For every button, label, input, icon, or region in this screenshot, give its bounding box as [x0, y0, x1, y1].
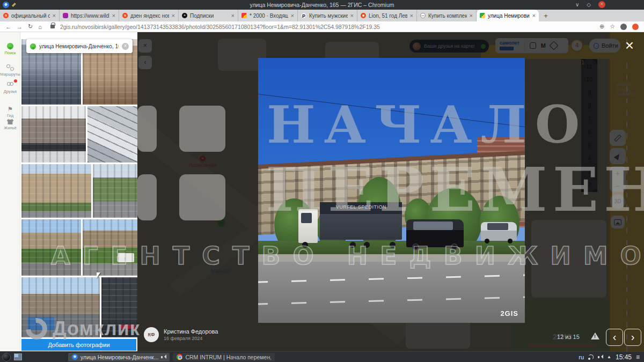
mail-icon [241, 13, 247, 18]
desktop-pager[interactable] [14, 353, 22, 360]
map-area: 2ГИС × ‹ Ваши друзья на карте! самолет М… [137, 32, 644, 351]
flag-icon: ⚑ [0, 106, 20, 112]
photo-thumbnail[interactable] [21, 164, 91, 218]
photo-thumbnail[interactable] [21, 106, 86, 162]
clock[interactable]: 15:45 [616, 353, 632, 361]
globe-icon [420, 13, 426, 18]
tab-yandex-site[interactable]: Я официальный сайт м × [0, 10, 60, 21]
black-suv [406, 219, 464, 247]
lock-icon [50, 25, 55, 28]
url-text[interactable]: 2gis.ru/novosibirsk/gallery/geo/14137314… [60, 24, 594, 30]
sidebar-item-housing[interactable]: Жильё [0, 119, 20, 130]
keyboard-layout[interactable]: ru [579, 354, 584, 360]
truck: VURFEL SPEDITION [298, 202, 402, 245]
truck-text: VURFEL SPEDITION [320, 202, 402, 214]
tab-wildberries[interactable]: https://www.wildberri × [60, 10, 119, 21]
main-photo[interactable]: VURFEL SPEDITION 2GIS [258, 58, 525, 323]
photo-thumbnail[interactable] [87, 106, 137, 162]
tray-expand-icon[interactable]: ▲ [607, 354, 611, 359]
next-photo-button[interactable]: › [624, 329, 641, 346]
photo-thumbnail[interactable] [21, 219, 81, 276]
housing-icon [7, 119, 14, 124]
map-pin-icon [7, 43, 13, 49]
tab-globe-shop[interactable]: Купить комплект r27 × [417, 10, 477, 21]
tab-lion[interactable]: Lion, 51 год Лев, Росси × [357, 10, 417, 21]
photo-date: 16 февраля 2024 [164, 336, 218, 341]
p-icon: P [301, 13, 306, 18]
photo-thumbnail[interactable] [83, 219, 137, 276]
network-icon[interactable] [588, 354, 594, 360]
window-titlebar: улица Немировича-Данченко, 165 — 2ГИС – … [0, 0, 644, 10]
clear-search-icon[interactable]: × [122, 43, 129, 50]
system-tray: ru ▲ 15:45 ≡ [579, 353, 642, 361]
tab-close-icon[interactable]: × [112, 12, 115, 19]
address-bar: ← → ↻ ⌂ 2gis.ru/novosibirsk/gallery/geo/… [0, 21, 644, 32]
power-line [258, 92, 525, 130]
tab-mail-inbox[interactable]: * 2000 · Входящие — × [238, 10, 298, 21]
taskbar-window-crm[interactable]: CRM INTRUM | Начало перемен, ... [173, 353, 275, 361]
sidebar-item-guide[interactable]: ⚑ Гид [0, 106, 20, 118]
window-title: улица Немировича-Данченко, 165 — 2ГИС – … [0, 2, 644, 8]
tab-close-icon[interactable]: × [410, 12, 413, 19]
yandex-icon: Я [122, 13, 128, 18]
sidebar-item-friends[interactable]: Друзья [0, 82, 20, 94]
chrome-icon [177, 354, 182, 360]
profile-avatar-icon[interactable] [620, 24, 627, 30]
tray-menu-icon[interactable]: ≡ [636, 353, 640, 361]
reload-button[interactable]: ↻ [28, 23, 33, 30]
photo-thumbnail[interactable] [93, 164, 137, 218]
author-avatar: КФ [144, 327, 159, 342]
bookmark-star-icon[interactable]: ☆ [610, 23, 615, 30]
routes-icon [6, 64, 14, 71]
tab-close-icon[interactable]: × [291, 12, 294, 19]
power-line [392, 58, 525, 67]
sidebar-item-search[interactable]: Поиск [0, 43, 20, 55]
back-button[interactable]: ← [5, 24, 11, 30]
tab-close-icon[interactable]: × [53, 12, 56, 19]
mouse-cursor [97, 272, 100, 278]
photo-thumbnail[interactable] [21, 277, 100, 337]
search-query: улица Немировича-Данченко, 165 [39, 43, 119, 49]
photo-thumbnail[interactable] [101, 277, 137, 337]
2gis-photo-watermark: 2GIS [500, 309, 518, 317]
update-indicator-icon[interactable] [632, 24, 639, 30]
tab-dzen-news[interactable]: Я дзен яндекс новости × [119, 10, 179, 21]
tab-close-icon[interactable]: × [231, 12, 235, 19]
home-button[interactable]: ⌂ [38, 24, 42, 30]
tab-bar: Я официальный сайт м × https://www.wildb… [0, 10, 644, 21]
previous-photo-button[interactable]: ‹ [606, 329, 623, 346]
tab-close-icon[interactable]: × [172, 12, 175, 19]
report-warning-icon[interactable] [591, 333, 599, 339]
zoom-page-icon[interactable]: ⊕ [599, 23, 604, 30]
volume-icon[interactable] [598, 354, 603, 359]
app-launcher-icon[interactable] [2, 353, 11, 361]
map-pin-icon [30, 43, 36, 49]
taskbar-window-2gis[interactable]: улица Немировича-Данченк... [68, 353, 170, 361]
new-tab-button[interactable]: + [539, 12, 553, 20]
tab-close-icon[interactable]: × [350, 12, 354, 19]
close-gallery-button[interactable]: × [621, 38, 638, 55]
2gis-icon [480, 13, 485, 18]
photo-counter: 12 из 15 [557, 334, 580, 340]
taskbar: улица Немировича-Данченк... CRM INTRUM |… [0, 351, 644, 362]
audio-playing-icon [161, 354, 166, 359]
lion-icon [361, 13, 366, 18]
yandex-icon: Я [3, 13, 9, 18]
tab-close-icon[interactable]: × [532, 12, 536, 19]
tab-2gis-active[interactable]: улица Немировича-Д × [477, 10, 539, 21]
road [258, 262, 525, 323]
forward-button[interactable]: → [17, 24, 23, 30]
search-card[interactable]: улица Немировича-Данченко, 165 × [26, 39, 133, 53]
silver-car [481, 222, 517, 241]
friends-icon [6, 82, 14, 88]
tab-close-icon[interactable]: × [470, 12, 473, 19]
close-window-button[interactable]: × [598, 1, 605, 8]
tab-subscriptions[interactable]: + Подписки × [179, 10, 238, 21]
tab-shop-p[interactable]: P Купить мужские кофт × [298, 10, 357, 21]
minimize-button[interactable]: ∨ [575, 2, 579, 8]
author-name: Кристина Федорова [164, 328, 218, 335]
maximize-button[interactable]: ◇ [587, 2, 591, 8]
add-photos-button[interactable]: Добавить фотографии [21, 339, 136, 351]
sidebar-item-routes[interactable]: Маршруты [0, 64, 20, 77]
dzen-icon: + [182, 13, 187, 18]
